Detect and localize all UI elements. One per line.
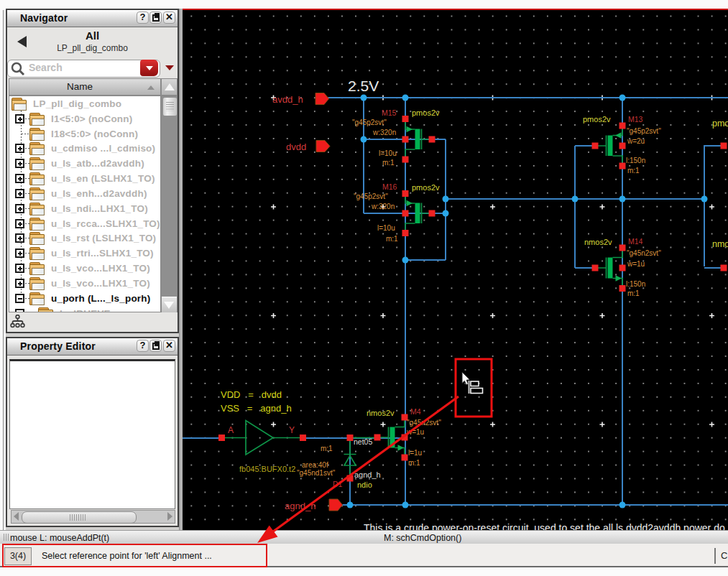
svg-text:m:1: m:1 — [321, 445, 333, 452]
svg-text:VDD = dvdd: VDD = dvdd — [221, 389, 282, 400]
svg-text:m:1: m:1 — [386, 235, 398, 243]
svg-text:agnd_h: agnd_h — [354, 470, 381, 479]
svg-text:l=1u: l=1u — [408, 449, 422, 457]
svg-text:M16: M16 — [382, 182, 397, 191]
svg-text:w:320n: w:320n — [372, 129, 396, 136]
svg-text:pmos2v: pmos2v — [583, 115, 611, 124]
svg-text:net05: net05 — [354, 437, 372, 446]
svg-text:M15: M15 — [382, 108, 397, 117]
svg-text:w=1u: w=1u — [406, 428, 424, 436]
svg-text:M14: M14 — [628, 237, 643, 246]
svg-text:pmo: pmo — [712, 119, 728, 129]
svg-text:This is a crude power-on-reset: This is a crude power-on-reset circuit, … — [364, 522, 725, 531]
svg-text:2.5V: 2.5V — [348, 78, 379, 94]
svg-text:m:1: m:1 — [382, 159, 395, 167]
svg-text:w:320n: w:320n — [371, 203, 395, 210]
svg-text:VSS = agnd_h: VSS = agnd_h — [221, 403, 292, 414]
svg-text:"g45p2svt": "g45p2svt" — [352, 119, 387, 126]
svg-text:area:40f: area:40f — [302, 461, 328, 469]
svg-text:Y: Y — [289, 425, 295, 435]
svg-text:m:1: m:1 — [627, 289, 640, 297]
svg-text:l=10u: l=10u — [377, 224, 395, 232]
svg-text:l:150n: l:150n — [626, 157, 645, 164]
svg-text:D1: D1 — [333, 480, 343, 488]
svg-text:A: A — [228, 425, 234, 435]
svg-text:fb045:BUFX0.t2: fb045:BUFX0.t2 — [239, 465, 295, 473]
svg-text:M4: M4 — [410, 407, 421, 416]
svg-text:w=1u: w=1u — [627, 260, 645, 268]
svg-text:"g45n2svt": "g45n2svt" — [407, 419, 441, 427]
svg-text:"g45p2svt": "g45p2svt" — [627, 127, 661, 135]
svg-text:"g45n2svt": "g45n2svt" — [627, 249, 661, 257]
svg-text:m:1: m:1 — [408, 459, 420, 467]
svg-text:l=10u: l=10u — [379, 149, 397, 157]
svg-text:nmos2v: nmos2v — [367, 409, 395, 417]
svg-text:"g45p2svt": "g45p2svt" — [354, 192, 388, 200]
svg-text:nmos2v: nmos2v — [584, 238, 612, 246]
svg-text:m:1: m:1 — [627, 167, 640, 175]
svg-text:l:150n: l:150n — [626, 280, 645, 288]
svg-text:w=2u: w=2u — [627, 137, 645, 145]
svg-text:pmos2v: pmos2v — [412, 183, 440, 192]
svg-text:ndio: ndio — [357, 480, 372, 489]
svg-text:pmos2v: pmos2v — [412, 108, 440, 117]
svg-text:avdd_h: avdd_h — [272, 94, 303, 105]
svg-text:agnd_h: agnd_h — [285, 501, 315, 511]
svg-text:M13: M13 — [628, 115, 643, 124]
svg-text:"g45nd1svt": "g45nd1svt" — [297, 469, 336, 477]
svg-text:nmo: nmo — [712, 239, 728, 249]
svg-text:dvdd: dvdd — [286, 141, 306, 152]
